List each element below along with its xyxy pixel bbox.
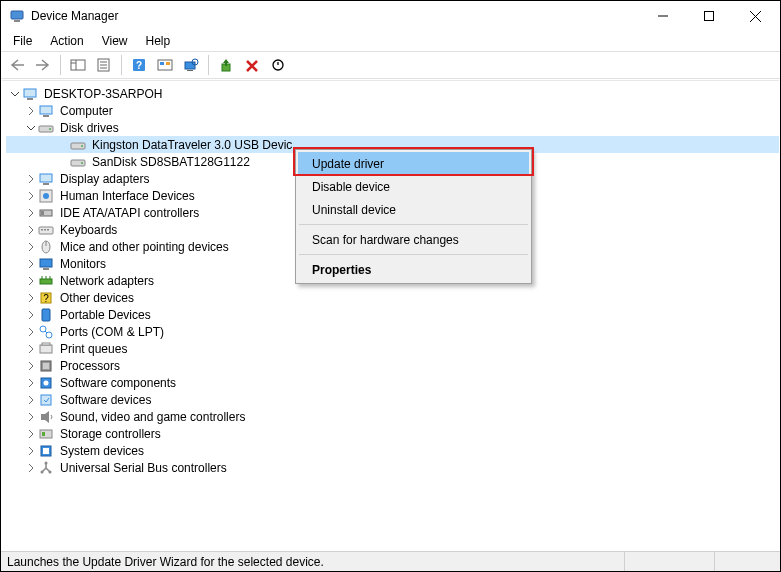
help-button[interactable]: ? [127,53,151,77]
expand-icon[interactable] [22,443,38,459]
forward-button[interactable] [31,53,55,77]
tree-label: Processors [58,359,122,373]
expand-icon[interactable] [22,460,38,476]
expand-icon[interactable] [22,324,38,340]
back-button[interactable] [5,53,29,77]
expand-icon[interactable] [22,239,38,255]
expand-icon[interactable] [22,273,38,289]
svg-rect-0 [11,11,23,19]
expand-icon[interactable] [22,256,38,272]
expand-icon[interactable] [22,341,38,357]
minimize-button[interactable] [640,1,686,31]
menu-disable-device[interactable]: Disable device [298,175,529,198]
svg-rect-46 [43,268,49,270]
tree-category[interactable]: Processors [6,357,779,374]
menu-properties[interactable]: Properties [298,258,529,281]
statusbar: Launches the Update Driver Wizard for th… [1,551,780,571]
menu-uninstall-device[interactable]: Uninstall device [298,198,529,221]
tree-category[interactable]: Ports (COM & LPT) [6,323,779,340]
show-hide-console-button[interactable] [66,53,90,77]
tree-category-disk-drives[interactable]: Disk drives [6,119,779,136]
status-pane [624,552,714,571]
expand-icon[interactable] [22,222,38,238]
tree-category[interactable]: Universal Serial Bus controllers [6,459,779,476]
tree-label: Keyboards [58,223,119,237]
expand-icon[interactable] [22,375,38,391]
tree-category[interactable]: Portable Devices [6,306,779,323]
update-driver-button[interactable] [214,53,238,77]
collapse-icon[interactable] [6,86,22,102]
svg-rect-17 [166,62,170,65]
uninstall-device-button[interactable] [240,53,264,77]
tree-label: DESKTOP-3SARPOH [42,87,164,101]
svg-point-68 [45,461,48,464]
expand-icon[interactable] [22,409,38,425]
close-button[interactable] [732,1,778,31]
svg-rect-3 [705,12,714,21]
tree-label: Sound, video and game controllers [58,410,247,424]
svg-rect-1 [14,20,20,22]
category-icon [38,409,54,425]
svg-rect-38 [41,211,44,215]
tree-category[interactable]: Sound, video and game controllers [6,408,779,425]
category-icon [38,171,54,187]
svg-text:?: ? [136,60,142,71]
svg-point-70 [49,470,52,473]
expand-icon[interactable] [22,307,38,323]
tree-label: Display adapters [58,172,151,186]
menu-file[interactable]: File [5,32,40,50]
svg-rect-57 [40,345,52,353]
tree-root[interactable]: DESKTOP-3SARPOH [6,85,779,102]
tree-label: Storage controllers [58,427,163,441]
menu-scan-hardware[interactable]: Scan for hardware changes [298,228,529,251]
svg-point-30 [81,145,83,147]
svg-rect-34 [43,183,49,185]
tree-label: Portable Devices [58,308,153,322]
svg-rect-42 [47,229,49,231]
expand-icon[interactable] [22,290,38,306]
expand-icon[interactable] [22,426,38,442]
tree-category[interactable]: Print queues [6,340,779,357]
expand-icon[interactable] [22,103,38,119]
tree-label: Software devices [58,393,153,407]
svg-line-56 [45,331,47,333]
category-icon [38,222,54,238]
svg-rect-41 [44,229,46,231]
titlebar: Device Manager [1,1,780,31]
tree-category[interactable]: System devices [6,442,779,459]
scan-hardware-button[interactable] [179,53,203,77]
tree-category[interactable]: Software devices [6,391,779,408]
svg-rect-45 [40,259,52,267]
menu-help[interactable]: Help [138,32,179,50]
tree-category[interactable]: Software components [6,374,779,391]
menu-update-driver[interactable]: Update driver [298,152,529,175]
svg-rect-19 [187,70,193,71]
disable-device-button[interactable] [266,53,290,77]
svg-rect-67 [43,448,49,454]
expand-icon[interactable] [22,358,38,374]
properties-button[interactable] [92,53,116,77]
tree-category[interactable]: Storage controllers [6,425,779,442]
menu-separator [299,254,528,255]
tree-label: Disk drives [58,121,121,135]
toolbar-separator [121,55,122,75]
expand-icon[interactable] [22,392,38,408]
svg-rect-40 [41,229,43,231]
action-center-button[interactable] [153,53,177,77]
svg-rect-33 [40,174,52,182]
tree-category[interactable]: ?Other devices [6,289,779,306]
tree-label: Human Interface Devices [58,189,197,203]
svg-point-32 [81,162,83,164]
context-menu: Update driver Disable device Uninstall d… [295,149,532,284]
menu-action[interactable]: Action [42,32,91,50]
maximize-button[interactable] [686,1,732,31]
svg-point-36 [43,193,49,199]
expand-icon[interactable] [22,171,38,187]
expand-icon[interactable] [22,205,38,221]
expand-icon[interactable] [22,188,38,204]
svg-text:?: ? [43,293,49,304]
tree-category-computer[interactable]: Computer [6,102,779,119]
collapse-icon[interactable] [22,120,38,136]
menu-view[interactable]: View [94,32,136,50]
svg-rect-18 [185,62,195,69]
